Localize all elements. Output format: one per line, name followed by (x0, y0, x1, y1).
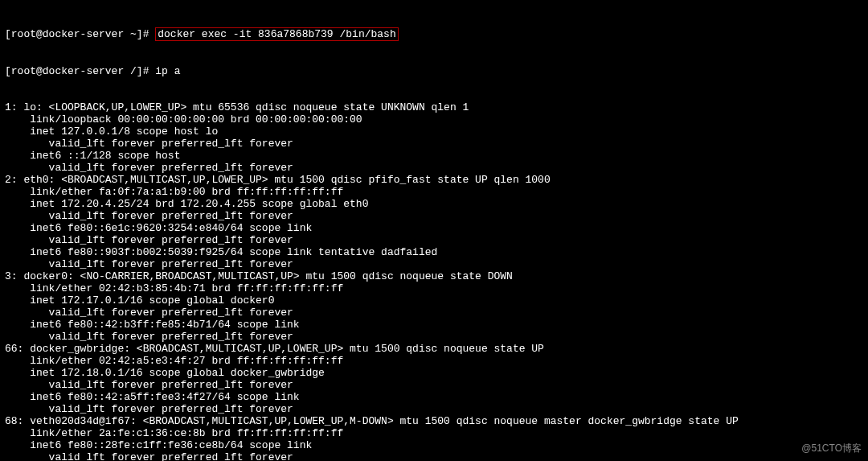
output-line: valid_lft forever preferred_lft forever (5, 258, 863, 270)
output-line: link/loopback 00:00:00:00:00:00 brd 00:0… (5, 113, 863, 126)
prompt-line-2: [root@docker-server /]# ip a (5, 65, 863, 77)
output-line: valid_lft forever preferred_lft forever (5, 451, 863, 461)
output-line: valid_lft forever preferred_lft forever (5, 210, 863, 222)
terminal-output[interactable]: [root@docker-server ~]# docker exec -it … (0, 0, 868, 461)
output-line: inet6 fe80::42:b3ff:fe85:4b71/64 scope l… (5, 319, 863, 331)
output-line: inet6 fe80::6e1c:9620:3254:e840/64 scope… (5, 222, 863, 234)
output-line: inet6 fe80::903f:b002:5039:f925/64 scope… (5, 246, 863, 258)
output-line: inet6 fe80::28fe:c1ff:fe36:ce8b/64 scope… (5, 439, 863, 451)
output-line: link/ether 02:42:a5:e3:4f:27 brd ff:ff:f… (5, 355, 863, 367)
output-line: valid_lft forever preferred_lft forever (5, 138, 863, 150)
command-output: 1: lo: <LOOPBACK,UP,LOWER_UP> mtu 65536 … (5, 101, 863, 461)
output-line: valid_lft forever preferred_lft forever (5, 403, 863, 415)
output-line: link/ether 2a:fe:c1:36:ce:8b brd ff:ff:f… (5, 427, 863, 439)
output-line: valid_lft forever preferred_lft forever (5, 379, 863, 391)
output-line: inet 127.0.0.1/8 scope host lo (5, 126, 863, 138)
output-line: inet6 ::1/128 scope host (5, 150, 863, 162)
output-line: 3: docker0: <NO-CARRIER,BROADCAST,MULTIC… (5, 270, 863, 282)
prompt-line-1: [root@docker-server ~]# docker exec -it … (5, 27, 863, 41)
output-line: inet 172.18.0.1/16 scope global docker_g… (5, 367, 863, 379)
output-line: 66: docker_gwbridge: <BROADCAST,MULTICAS… (5, 343, 863, 355)
output-line: link/ether 02:42:b3:85:4b:71 brd ff:ff:f… (5, 282, 863, 294)
output-line: 2: eth0: <BROADCAST,MULTICAST,UP,LOWER_U… (5, 174, 863, 186)
output-line: inet6 fe80::42:a5ff:fee3:4f27/64 scope l… (5, 391, 863, 403)
output-line: 68: veth020d34d@if67: <BROADCAST,MULTICA… (5, 415, 863, 427)
output-line: valid_lft forever preferred_lft forever (5, 307, 863, 319)
output-line: valid_lft forever preferred_lft forever (5, 162, 863, 174)
shell-prompt: [root@docker-server ~]# (5, 28, 155, 40)
command-highlight: docker exec -it 836a7868b739 /bin/bash (155, 27, 398, 41)
output-line: inet 172.17.0.1/16 scope global docker0 (5, 294, 863, 307)
shell-prompt: [root@docker-server /]# (5, 65, 155, 77)
watermark-label: @51CTO博客 (801, 442, 862, 455)
output-line: valid_lft forever preferred_lft forever (5, 331, 863, 343)
output-line: inet 172.20.4.25/24 brd 172.20.4.255 sco… (5, 198, 863, 210)
output-line: link/ether fa:0f:7a:a1:b9:00 brd ff:ff:f… (5, 186, 863, 198)
command-text: ip a (155, 65, 180, 77)
output-line: valid_lft forever preferred_lft forever (5, 234, 863, 246)
output-line: 1: lo: <LOOPBACK,UP,LOWER_UP> mtu 65536 … (5, 101, 863, 113)
